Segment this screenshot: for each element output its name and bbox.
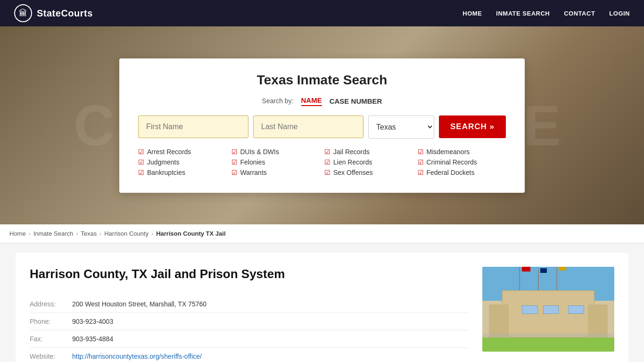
- check-arrest-records: ☑ Arrest Records: [138, 148, 227, 156]
- nav-inmate-search[interactable]: INMATE SEARCH: [496, 10, 550, 17]
- website-label: Website:: [30, 353, 72, 360]
- checkboxes-grid: ☑ Arrest Records ☑ DUIs & DWIs ☑ Jail Re…: [138, 148, 506, 176]
- facility-image: [482, 267, 614, 352]
- facility-image-area: [482, 267, 614, 362]
- check-duis-dwis: ☑ DUIs & DWIs: [231, 148, 320, 156]
- breadcrumb-harrison-county[interactable]: Harrison County: [104, 230, 149, 237]
- check-bankruptcies: ☑ Bankruptcies: [138, 169, 227, 176]
- main-content: Harrison County, TX Jail and Prison Syst…: [0, 243, 644, 362]
- info-row-website: Website: http://harrisoncountytexas.org/…: [30, 348, 468, 362]
- last-name-input[interactable]: [253, 115, 363, 138]
- check-warrants: ☑ Warrants: [231, 169, 320, 176]
- facility-info: Harrison County, TX Jail and Prison Syst…: [30, 267, 468, 362]
- breadcrumb-sep-3: ›: [99, 230, 101, 237]
- modal-title: Texas Inmate Search: [138, 73, 506, 88]
- breadcrumb-current: Harrison County TX Jail: [156, 230, 225, 237]
- checkbox-icon: ☑: [231, 158, 238, 166]
- hero-section: COURTHOUSE Texas Inmate Search Search by…: [0, 26, 644, 224]
- check-felonies: ☑ Felonies: [231, 158, 320, 166]
- info-row-fax: Fax: 903-935-4884: [30, 330, 468, 348]
- search-inputs-row: Texas Alabama Alaska California Florida …: [138, 115, 506, 139]
- check-label: Lien Records: [333, 158, 372, 166]
- check-label: Jail Records: [333, 148, 370, 156]
- check-jail-records: ☑ Jail Records: [324, 148, 413, 156]
- checkbox-icon: ☑: [418, 158, 424, 166]
- check-label: Arrest Records: [147, 148, 191, 156]
- nav-contact[interactable]: CONTACT: [564, 10, 595, 17]
- breadcrumb-home[interactable]: Home: [9, 230, 26, 237]
- check-label: Sex Offenses: [333, 169, 373, 176]
- logo[interactable]: 🏛 StateCourts: [14, 4, 93, 22]
- main-nav: HOME INMATE SEARCH CONTACT LOGIN: [462, 10, 630, 17]
- checkbox-icon: ☑: [138, 148, 144, 156]
- search-modal: Texas Inmate Search Search by: NAME CASE…: [119, 58, 525, 193]
- nav-home[interactable]: HOME: [462, 10, 482, 17]
- check-label: Warrants: [240, 169, 267, 176]
- check-label: Federal Dockets: [427, 169, 475, 176]
- state-select[interactable]: Texas Alabama Alaska California Florida …: [368, 115, 434, 139]
- facility-card: Harrison County, TX Jail and Prison Syst…: [16, 253, 628, 362]
- fax-value: 903-935-4884: [72, 335, 468, 343]
- checkbox-icon: ☑: [324, 158, 330, 166]
- phone-value: 903-923-4003: [72, 318, 468, 325]
- info-row-address: Address: 200 West Houston Street, Marsha…: [30, 296, 468, 313]
- breadcrumb-texas[interactable]: Texas: [81, 230, 97, 237]
- breadcrumb-sep-1: ›: [29, 230, 31, 237]
- site-header: 🏛 StateCourts HOME INMATE SEARCH CONTACT…: [0, 0, 644, 26]
- tab-case-number[interactable]: CASE NUMBER: [330, 97, 382, 105]
- website-link[interactable]: http://harrisoncountytexas.org/sheriffs-…: [72, 353, 202, 360]
- phone-label: Phone:: [30, 318, 72, 325]
- check-label: DUIs & DWIs: [240, 148, 279, 156]
- checkbox-icon: ☑: [231, 169, 238, 176]
- checkbox-icon: ☑: [138, 169, 144, 176]
- check-label: Judgments: [147, 158, 179, 166]
- fax-label: Fax:: [30, 335, 72, 343]
- first-name-input[interactable]: [138, 115, 248, 138]
- check-sex-offenses: ☑ Sex Offenses: [324, 169, 413, 176]
- info-row-phone: Phone: 903-923-4003: [30, 313, 468, 330]
- checkbox-icon: ☑: [418, 169, 424, 176]
- check-federal-dockets: ☑ Federal Dockets: [418, 169, 506, 176]
- logo-icon: 🏛: [14, 4, 32, 22]
- address-label: Address:: [30, 300, 72, 308]
- search-by-label: Search by:: [262, 97, 294, 105]
- facility-title: Harrison County, TX Jail and Prison Syst…: [30, 267, 468, 281]
- search-button[interactable]: SEARCH »: [439, 115, 506, 138]
- check-judgments: ☑ Judgments: [138, 158, 227, 166]
- check-label: Criminal Records: [427, 158, 477, 166]
- breadcrumb-sep-2: ›: [76, 230, 78, 237]
- search-by-row: Search by: NAME CASE NUMBER: [138, 96, 506, 106]
- check-label: Felonies: [240, 158, 265, 166]
- breadcrumb: Home › Inmate Search › Texas › Harrison …: [0, 224, 644, 243]
- checkbox-icon: ☑: [231, 148, 238, 156]
- checkbox-icon: ☑: [324, 169, 330, 176]
- check-criminal-records: ☑ Criminal Records: [418, 158, 506, 166]
- check-lien-records: ☑ Lien Records: [324, 158, 413, 166]
- logo-text: StateCourts: [37, 8, 93, 19]
- breadcrumb-inmate-search[interactable]: Inmate Search: [33, 230, 74, 237]
- check-label: Bankruptcies: [147, 169, 185, 176]
- tab-name[interactable]: NAME: [301, 96, 322, 106]
- checkbox-icon: ☑: [138, 158, 144, 166]
- address-value: 200 West Houston Street, Marshall, TX 75…: [72, 300, 468, 308]
- check-label: Misdemeanors: [427, 148, 470, 156]
- checkbox-icon: ☑: [324, 148, 330, 156]
- breadcrumb-sep-4: ›: [151, 230, 153, 237]
- nav-login[interactable]: LOGIN: [609, 10, 630, 17]
- check-misdemeanors: ☑ Misdemeanors: [418, 148, 506, 156]
- checkbox-icon: ☑: [418, 148, 424, 156]
